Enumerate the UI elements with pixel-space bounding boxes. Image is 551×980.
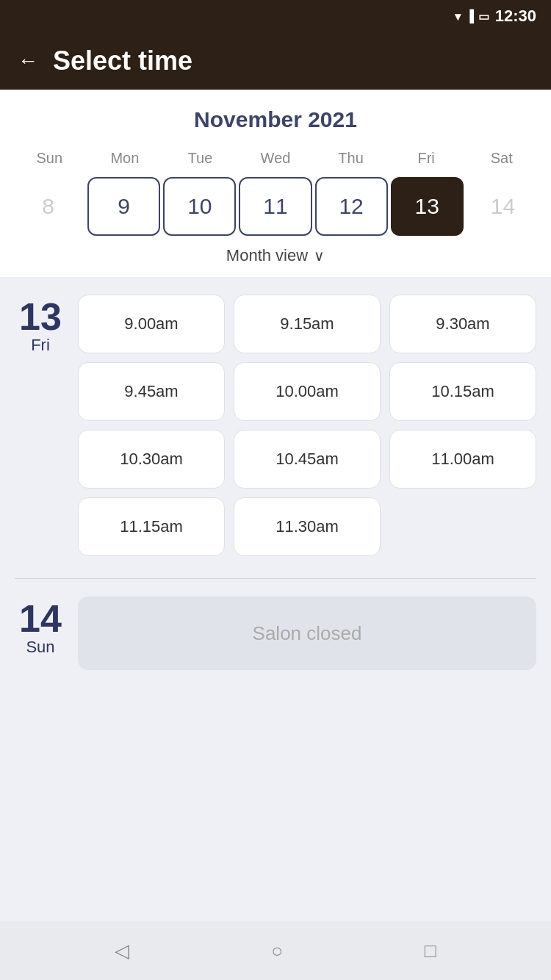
day-13[interactable]: 13 [391, 177, 464, 236]
wifi-icon: ▾ [455, 10, 461, 24]
signal-icon: ▐ [465, 10, 473, 23]
weekday-fri: Fri [389, 147, 464, 170]
month-view-label: Month view [226, 246, 308, 265]
slot-9-30am[interactable]: 9.30am [389, 295, 536, 353]
back-button[interactable]: ← [18, 51, 38, 71]
salon-closed-label: Salon closed [253, 622, 362, 645]
slot-9-00am[interactable]: 9.00am [78, 295, 225, 353]
calendar-section: November 2021 Sun Mon Tue Wed Thu Fri Sa… [0, 90, 551, 277]
nav-recent-button[interactable]: □ [425, 940, 436, 962]
nav-home-button[interactable]: ○ [271, 940, 283, 962]
day-10[interactable]: 10 [163, 177, 236, 236]
month-view-toggle[interactable]: Month view ∨ [12, 246, 539, 265]
slot-9-45am[interactable]: 9.45am [78, 362, 225, 421]
weekday-sat: Sat [464, 147, 539, 170]
slot-9-15am[interactable]: 9.15am [234, 295, 381, 353]
day-block-14: 14 Sun Salon closed [15, 597, 536, 670]
days-row: 8 9 10 11 12 13 14 [12, 177, 539, 236]
slot-10-45am[interactable]: 10.45am [234, 430, 381, 489]
status-bar: ▾ ▐ ▭ 12:30 [0, 0, 551, 32]
weekday-labels: Sun Mon Tue Wed Thu Fri Sat [12, 147, 539, 170]
month-year-label: November 2021 [12, 107, 539, 132]
slot-11-00am[interactable]: 11.00am [389, 430, 536, 489]
day-divider [15, 578, 536, 579]
day-label-13: 13 Fri [15, 295, 66, 556]
slot-11-30am[interactable]: 11.30am [234, 497, 381, 556]
battery-icon: ▭ [478, 10, 489, 24]
app-header: ← Select time [0, 32, 551, 90]
day-11[interactable]: 11 [239, 177, 311, 236]
day-label-14: 14 Sun [15, 597, 66, 657]
slots-grid-13: 9.00am 9.15am 9.30am 9.45am 10.00am 10.1… [78, 295, 536, 556]
slot-11-15am[interactable]: 11.15am [78, 497, 225, 556]
bottom-nav: ◁ ○ □ [0, 921, 551, 980]
page-title: Select time [53, 46, 192, 76]
day-name-13: Fri [31, 336, 50, 355]
weekday-tue: Tue [162, 147, 238, 170]
day-14[interactable]: 14 [467, 177, 539, 236]
weekday-mon: Mon [87, 147, 163, 170]
day-number-14: 14 [19, 599, 62, 638]
slot-10-15am[interactable]: 10.15am [389, 362, 536, 421]
weekday-thu: Thu [313, 147, 389, 170]
day-8[interactable]: 8 [12, 177, 84, 236]
status-icons: ▾ ▐ ▭ [455, 10, 489, 24]
chevron-down-icon: ∨ [314, 247, 325, 264]
day-12[interactable]: 12 [315, 177, 388, 236]
time-slots-section: 13 Fri 9.00am 9.15am 9.30am 9.45am 10.00… [0, 277, 551, 921]
day-block-13: 13 Fri 9.00am 9.15am 9.30am 9.45am 10.00… [15, 295, 536, 556]
day-number-13: 13 [19, 298, 62, 336]
slot-10-00am[interactable]: 10.00am [234, 362, 381, 421]
slot-10-30am[interactable]: 10.30am [78, 430, 225, 489]
day-name-14: Sun [26, 638, 54, 657]
weekday-sun: Sun [12, 147, 87, 170]
salon-closed-box: Salon closed [78, 597, 536, 670]
status-time: 12:30 [495, 7, 536, 26]
weekday-wed: Wed [238, 147, 314, 170]
nav-back-button[interactable]: ◁ [115, 940, 129, 962]
day-9[interactable]: 9 [87, 177, 160, 236]
